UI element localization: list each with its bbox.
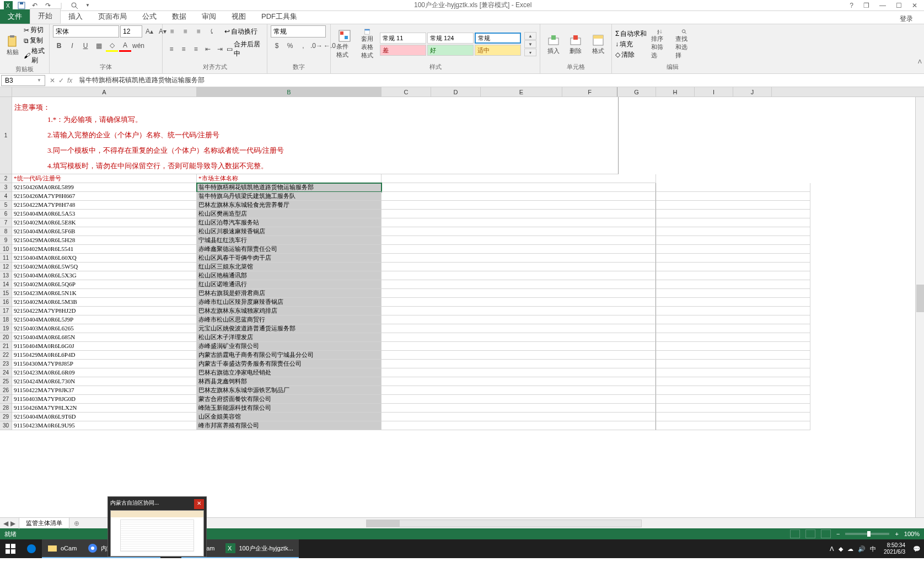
number-format-select[interactable] xyxy=(271,25,326,38)
empty-cell[interactable] xyxy=(656,227,810,236)
cell-name[interactable]: 赤峰盛润矿业有限公司 xyxy=(197,342,382,351)
tab-review[interactable]: 审阅 xyxy=(194,9,224,24)
row-header[interactable]: 6 xyxy=(0,210,12,218)
col-header-d[interactable]: D xyxy=(431,87,481,97)
empty-cell[interactable] xyxy=(656,245,810,254)
merge-center-button[interactable]: ▭合并后居中 xyxy=(227,40,264,58)
close-icon[interactable]: ✕ xyxy=(912,2,917,9)
tab-insert[interactable]: 插入 xyxy=(61,9,90,24)
cell-code[interactable]: 91150404MA0R6L6G0J xyxy=(12,342,197,351)
row-header[interactable]: 21 xyxy=(0,342,12,351)
sheet-nav-last-icon[interactable]: ▶ xyxy=(10,520,15,527)
empty-cell[interactable] xyxy=(382,218,656,227)
cell-code[interactable]: 92150426MA0R6L5899 xyxy=(12,183,197,192)
style-normal-11[interactable]: 常规 11 xyxy=(380,33,426,44)
empty-cell[interactable] xyxy=(382,421,656,430)
cell-name[interactable]: 巴林左旗林东东城华源铁艺制品厂 xyxy=(197,386,382,395)
cell-name[interactable]: 红山区泊尊汽车服务站 xyxy=(197,218,382,227)
copy-button[interactable]: ⧉复制 xyxy=(24,36,46,45)
font-size-select[interactable] xyxy=(120,25,142,38)
empty-cell[interactable] xyxy=(382,351,656,360)
cell-code[interactable]: 92150402MA0R6L5W5Q xyxy=(12,263,197,271)
clear-button[interactable]: ◇清除 xyxy=(615,50,647,60)
empty-cell[interactable] xyxy=(382,280,656,289)
help-icon[interactable]: ? xyxy=(850,2,853,9)
cell-name[interactable]: 元宝山区姚俊波道路普通货运服务部 xyxy=(197,324,382,333)
zoom-in-icon[interactable]: + xyxy=(895,531,898,537)
conditional-format-button[interactable]: 条件格式 xyxy=(334,28,355,61)
row-header[interactable]: 15 xyxy=(0,289,12,298)
maximize-icon[interactable]: ☐ xyxy=(896,2,902,9)
qat-dropdown-icon[interactable]: ▼ xyxy=(82,1,94,10)
align-right-icon[interactable]: ≡ xyxy=(190,43,201,55)
cell-name[interactable]: 赤峰鑫聚德运输有限责任公司 xyxy=(197,245,382,254)
col-header-i[interactable]: I xyxy=(695,87,733,97)
align-left-icon[interactable]: ≡ xyxy=(166,43,177,55)
hscroll-thumb[interactable] xyxy=(367,520,400,527)
indent-decrease-icon[interactable]: ⇤ xyxy=(202,43,213,55)
empty-cell[interactable] xyxy=(656,413,810,421)
cell-code[interactable]: 92150404MA0R6L685N xyxy=(12,333,197,342)
empty-cell[interactable] xyxy=(656,377,810,386)
cell-name[interactable]: 巴林左旗林东东城轻食光营养餐厅 xyxy=(197,201,382,210)
empty-cell[interactable] xyxy=(382,404,656,413)
col-header-a[interactable]: A xyxy=(12,87,197,97)
cell-name[interactable]: 红山区三姐东北菜馆 xyxy=(197,263,382,271)
row-header[interactable]: 14 xyxy=(0,280,12,289)
empty-cell[interactable] xyxy=(656,395,810,404)
edge-button[interactable] xyxy=(21,539,42,558)
cell-code[interactable]: 92150423MA0R6L5N1K xyxy=(12,289,197,298)
tab-view[interactable]: 视图 xyxy=(224,9,254,24)
col-header-h[interactable]: H xyxy=(656,87,695,97)
empty-cell[interactable] xyxy=(382,254,656,263)
empty-cell[interactable] xyxy=(382,227,656,236)
align-middle-icon[interactable]: ≡ xyxy=(179,25,191,38)
style-neutral[interactable]: 适中 xyxy=(475,45,521,56)
cell-name[interactable]: 翁牛特旗梧桐花镇凯艳道路货物运输服务部 xyxy=(197,183,382,192)
row-header[interactable]: 7 xyxy=(0,218,12,227)
vscroll-thumb[interactable] xyxy=(916,285,924,312)
cell-code[interactable]: 92150422MA7YP8H748 xyxy=(12,201,197,210)
empty-cell[interactable] xyxy=(656,421,810,430)
print-preview-icon[interactable] xyxy=(68,1,80,10)
empty-cell[interactable] xyxy=(382,201,656,210)
thumbnail-image[interactable] xyxy=(110,510,204,556)
row-header[interactable]: 29 xyxy=(0,413,12,421)
row-header[interactable]: 22 xyxy=(0,351,12,360)
fx-icon[interactable]: fx xyxy=(67,77,72,84)
enter-formula-icon[interactable]: ✓ xyxy=(58,77,64,84)
cell-name[interactable]: 巴林右旗德立净家电经销处 xyxy=(197,368,382,377)
cell-code[interactable]: 91150422MA7YP8JK37 xyxy=(12,386,197,395)
empty-cell[interactable] xyxy=(382,360,656,368)
row-header[interactable]: 11 xyxy=(0,254,12,263)
tray-icon-1[interactable]: ◆ xyxy=(839,545,843,553)
row-header[interactable]: 30 xyxy=(0,421,12,430)
col-header-g[interactable]: G xyxy=(617,87,656,97)
cell-code[interactable]: 92150424MA0R6L730N xyxy=(12,377,197,386)
cancel-formula-icon[interactable]: ✕ xyxy=(50,77,55,84)
font-color-button[interactable]: A xyxy=(119,40,131,52)
empty-cell[interactable] xyxy=(382,263,656,271)
empty-cell[interactable] xyxy=(656,271,810,280)
tab-page-layout[interactable]: 页面布局 xyxy=(90,9,135,24)
format-cells-button[interactable]: 格式 xyxy=(588,28,608,61)
empty-cell[interactable] xyxy=(382,298,656,307)
style-normal-124[interactable]: 常规 124 xyxy=(427,33,474,44)
cell-code[interactable]: 91150402MA0R6L5541 xyxy=(12,245,197,254)
page-break-view-icon[interactable] xyxy=(821,529,831,538)
style-scroll-down-icon[interactable]: ▼ xyxy=(524,40,536,48)
minimize-icon[interactable]: — xyxy=(879,2,886,9)
cell-name[interactable]: 内蒙古皓霆电子商务有限公司宁城县分公司 xyxy=(197,351,382,360)
fill-button[interactable]: ↓填充 xyxy=(615,40,647,49)
row-header[interactable]: 5 xyxy=(0,201,12,210)
zoom-level[interactable]: 100% xyxy=(904,531,920,537)
cell-name[interactable]: 蒙古合府捞面餐饮有限公司 xyxy=(197,395,382,404)
new-sheet-button[interactable]: ⊕ xyxy=(69,520,84,527)
tab-file[interactable]: 文件 xyxy=(0,9,30,24)
cell-code[interactable]: 92150402MA0R6L5E8K xyxy=(12,218,197,227)
cell-name[interactable]: 赤峰市松山区思蓝商贸行 xyxy=(197,315,382,324)
style-bad[interactable]: 差 xyxy=(380,45,426,56)
tab-pdf-tools[interactable]: PDF工具集 xyxy=(254,9,305,24)
cell-code[interactable]: 92150403MA0R6L6265 xyxy=(12,324,197,333)
row-header[interactable]: 20 xyxy=(0,333,12,342)
